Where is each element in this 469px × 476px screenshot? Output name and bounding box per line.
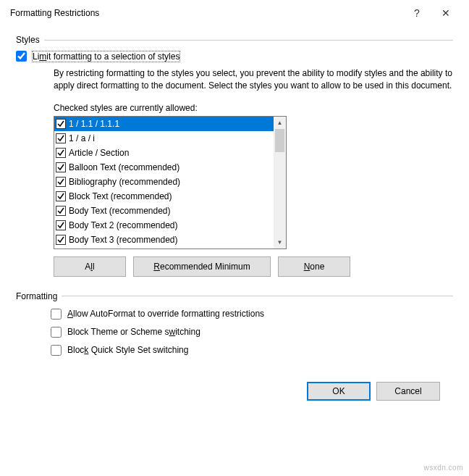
allow-autoformat-row: Allow AutoFormat to override formatting …: [51, 309, 453, 320]
styles-listbox[interactable]: 1 / 1.1 / 1.1.11 / a / iArticle / Sectio…: [54, 117, 274, 249]
list-item-checkbox[interactable]: [56, 148, 66, 158]
limit-formatting-checkbox[interactable]: [16, 51, 27, 62]
list-item-checkbox[interactable]: [56, 162, 66, 172]
help-button[interactable]: ?: [402, 7, 431, 19]
cancel-button[interactable]: Cancel: [376, 382, 440, 401]
divider: [62, 296, 453, 296]
list-item-checkbox[interactable]: [56, 177, 66, 187]
list-item[interactable]: Body Text (recommended): [54, 204, 274, 218]
list-item[interactable]: Article / Section: [54, 146, 274, 160]
block-theme-label[interactable]: Block Theme or Scheme switching: [67, 327, 200, 337]
list-item[interactable]: Balloon Text (recommended): [54, 160, 274, 175]
list-item[interactable]: Body Text 3 (recommended): [54, 233, 274, 247]
all-button[interactable]: All: [54, 256, 126, 277]
close-button[interactable]: ✕: [431, 7, 460, 19]
allow-autoformat-label[interactable]: Allow AutoFormat to override formatting …: [67, 309, 264, 319]
divider: [44, 40, 453, 41]
recommended-minimum-button[interactable]: Recommended Minimum: [133, 256, 271, 277]
block-theme-checkbox[interactable]: [51, 327, 62, 338]
block-quick-row: Block Quick Style Set switching: [51, 345, 453, 356]
list-item-label: Article / Section: [69, 148, 129, 158]
list-item-checkbox[interactable]: [56, 119, 66, 129]
list-item-label: Bibliography (recommended): [69, 177, 180, 187]
scroll-track[interactable]: [274, 129, 286, 236]
list-item-checkbox[interactable]: [56, 191, 66, 201]
list-item[interactable]: Block Text (recommended): [54, 189, 274, 204]
scroll-down-button[interactable]: ▼: [274, 236, 286, 249]
list-item[interactable]: 1 / a / i: [54, 131, 274, 146]
ok-button[interactable]: OK: [307, 382, 371, 401]
list-item-checkbox[interactable]: [56, 206, 66, 216]
list-item[interactable]: Body Text 2 (recommended): [54, 218, 274, 233]
list-item-label: Block Text (recommended): [69, 191, 172, 201]
dialog-content: Styles Limit formatting to a selection o…: [0, 26, 469, 408]
list-item[interactable]: 1 / 1.1 / 1.1.1: [54, 117, 274, 131]
checked-styles-label: Checked styles are currently allowed:: [54, 103, 453, 113]
list-item-checkbox[interactable]: [56, 133, 66, 143]
formatting-options: Allow AutoFormat to override formatting …: [51, 309, 453, 356]
scrollbar[interactable]: ▲ ▼: [274, 117, 286, 249]
restriction-description: By restricting formatting to the styles …: [54, 67, 453, 93]
styles-group-header: Styles: [16, 35, 453, 45]
formatting-group-label: Formatting: [16, 291, 57, 301]
titlebar: Formatting Restrictions ? ✕: [0, 0, 469, 26]
list-item-label: Balloon Text (recommended): [69, 162, 179, 172]
list-item[interactable]: Bibliography (recommended): [54, 175, 274, 189]
list-item-checkbox[interactable]: [56, 220, 66, 230]
limit-formatting-row: Limit formatting to a selection of style…: [16, 51, 453, 62]
list-item-label: 1 / 1.1 / 1.1.1: [69, 119, 119, 129]
list-item-checkbox[interactable]: [56, 235, 66, 245]
list-item-label: 1 / a / i: [69, 133, 95, 143]
list-item-label: Body Text 3 (recommended): [69, 235, 178, 245]
dialog-title: Formatting Restrictions: [10, 8, 402, 18]
allow-autoformat-checkbox[interactable]: [51, 309, 62, 320]
styles-group-label: Styles: [16, 35, 40, 45]
scroll-up-button[interactable]: ▲: [274, 117, 286, 129]
scroll-thumb[interactable]: [275, 129, 284, 152]
block-quick-label[interactable]: Block Quick Style Set switching: [67, 345, 188, 355]
styles-listbox-container: 1 / 1.1 / 1.1.11 / a / iArticle / Sectio…: [54, 116, 287, 249]
watermark: wsxdn.com: [423, 464, 463, 472]
block-theme-row: Block Theme or Scheme switching: [51, 327, 453, 338]
formatting-group-header: Formatting: [16, 291, 453, 301]
list-item-label: Body Text 2 (recommended): [69, 220, 178, 230]
dialog-footer: OK Cancel: [16, 373, 453, 401]
block-quick-checkbox[interactable]: [51, 345, 62, 356]
none-button[interactable]: None: [278, 256, 350, 277]
style-buttons-row: All Recommended Minimum None: [54, 256, 453, 277]
list-item-label: Body Text (recommended): [69, 206, 171, 216]
limit-formatting-label[interactable]: Limit formatting to a selection of style…: [33, 51, 179, 62]
